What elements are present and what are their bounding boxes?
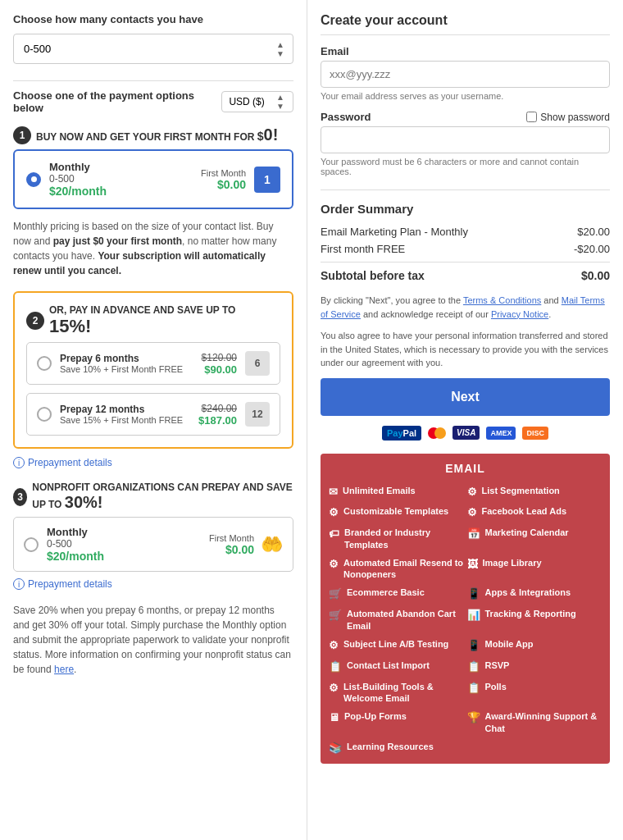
- feature-item: ⚙Subject Line A/B Testing: [329, 638, 464, 653]
- section3-prepayment-link[interactable]: i Prepayment details: [13, 578, 293, 590]
- feature-label: Automated Abandon Cart Email: [347, 608, 464, 632]
- email-hint: Your email address serves as your userna…: [321, 91, 610, 101]
- right-panel: Create your account Email Your email add…: [307, 0, 623, 840]
- section3-title: NONPROFIT ORGANIZATIONS CAN PREPAY AND S…: [32, 482, 293, 512]
- prepay6-pricing: $120.00 $90.00: [202, 352, 237, 376]
- feature-label: Learning Resources: [347, 741, 434, 752]
- discover-icon: DISC: [522, 427, 548, 440]
- create-account-title: Create your account: [321, 13, 610, 35]
- feature-item: 📋Contact List Import: [329, 660, 464, 674]
- prepay12-card[interactable]: Prepay 12 months Save 15% + First Month …: [26, 393, 280, 436]
- prepay12-pricing: $240.00 $187.00: [198, 403, 237, 427]
- feature-icon: ⚙: [329, 639, 339, 653]
- monthly-radio[interactable]: [26, 172, 41, 187]
- section3-header: 3 NONPROFIT ORGANIZATIONS CAN PREPAY AND…: [13, 482, 293, 512]
- privacy-notice-link[interactable]: Privacy Notice: [491, 309, 548, 319]
- feature-icon: 🛒: [329, 587, 342, 601]
- prepay12-radio[interactable]: [37, 407, 52, 422]
- feature-item: 📚Learning Resources: [329, 741, 464, 756]
- nonprofit-here-link[interactable]: here: [54, 664, 74, 675]
- email-input[interactable]: [321, 61, 610, 88]
- section3-description: Save 20% when you prepay 6 months, or pr…: [13, 603, 293, 677]
- show-password-container[interactable]: Show password: [526, 112, 610, 123]
- terms-text-2: You also agree to have your personal inf…: [321, 329, 610, 370]
- nonprofit-plan-card[interactable]: Monthly 0-500 $20/month First Month $0.0…: [13, 517, 293, 572]
- feature-label: RSVP: [485, 660, 510, 671]
- prepay6-sale-price: $90.00: [202, 363, 237, 376]
- section1: 1 BUY NOW AND GET YOUR FIRST MONTH FOR $…: [13, 126, 293, 278]
- currency-row: Choose one of the payment options below …: [13, 89, 293, 114]
- feature-label: Facebook Lead Ads: [482, 505, 567, 517]
- next-button[interactable]: Next: [321, 378, 610, 416]
- order-row2-value: -$20.00: [574, 243, 610, 255]
- order-summary-title: Order Summary: [321, 202, 610, 216]
- order-row-1: Email Marketing Plan - Monthly $20.00: [321, 226, 610, 238]
- prepay6-card[interactable]: Prepay 6 months Save 10% + First Month F…: [26, 342, 280, 385]
- currency-select-wrapper[interactable]: USD ($) ▲▼: [221, 91, 293, 112]
- currency-select[interactable]: USD ($): [222, 92, 293, 112]
- payment-methods: PayPal VISA AMEX DISC: [321, 426, 610, 441]
- terms-conditions-link[interactable]: Terms & Conditions: [463, 295, 541, 305]
- feature-icon: 🖥: [329, 711, 339, 725]
- contacts-select-wrapper[interactable]: 0-500 501-2500 2501-5000 5001-10000 ▲▼: [13, 34, 293, 64]
- nonprofit-plan-name: Monthly: [47, 526, 209, 538]
- feature-item: 📅Marketing Calendar: [467, 527, 603, 550]
- prepay12-calendar-icon: 12: [245, 402, 270, 427]
- contacts-select[interactable]: 0-500 501-2500 2501-5000 5001-10000: [14, 34, 293, 63]
- feature-item: ⚙Automated Email Resend to Nonopeners: [329, 557, 464, 581]
- feature-icon: 🖼: [467, 558, 478, 572]
- prepay6-radio[interactable]: [37, 356, 52, 371]
- monthly-plan-name: Monthly: [49, 161, 201, 173]
- feature-item: 🖼Image Library: [467, 557, 603, 581]
- section3: 3 NONPROFIT ORGANIZATIONS CAN PREPAY AND…: [13, 482, 293, 677]
- paypal-icon: PayPal: [382, 426, 421, 441]
- feature-item: 📱Mobile App: [467, 638, 603, 653]
- feature-item: 🏆Award-Winning Support & Chat: [467, 710, 603, 734]
- feature-item: 🏷Branded or Industry Templates: [329, 527, 464, 550]
- monthly-calendar-icon: 1: [254, 167, 280, 193]
- feature-label: Award-Winning Support & Chat: [485, 710, 603, 734]
- email-label: Email: [321, 45, 610, 57]
- feature-label: Subject Line A/B Testing: [343, 638, 448, 650]
- feature-icon: 📅: [467, 527, 480, 541]
- prepay6-orig-price: $120.00: [202, 352, 237, 363]
- feature-icon: 🛒: [329, 609, 342, 623]
- terms-text-1: By clicking "Next", you agree to the Ter…: [321, 294, 610, 321]
- section3-prepayment-text: Prepayment details: [28, 578, 112, 590]
- amex-icon: AMEX: [486, 427, 516, 440]
- monthly-plan-card[interactable]: Monthly 0-500 $20/month First Month $0.0…: [13, 149, 293, 209]
- feature-icon: 📋: [329, 660, 342, 674]
- order-divider: [321, 262, 610, 262]
- nonprofit-first-month-price: $0.00: [209, 543, 254, 556]
- section2-prepayment-text: Prepayment details: [28, 457, 112, 468]
- feature-icon: ⚙: [329, 682, 339, 696]
- nonprofit-radio[interactable]: [24, 537, 39, 552]
- payment-options-label: Choose one of the payment options below: [13, 89, 221, 114]
- feature-icon: 📊: [467, 609, 480, 623]
- email-features-section: EMAIL ✉Unlimited Emails⚙List Segmentatio…: [321, 454, 610, 764]
- feature-label: List Segmentation: [482, 485, 560, 496]
- feature-label: Customizable Templates: [343, 505, 448, 517]
- feature-icon: ⚙: [467, 486, 477, 500]
- section2: 2 OR, PAY IN ADVANCE AND SAVE UP TO 15%!…: [13, 291, 293, 468]
- section2-prepayment-link[interactable]: i Prepayment details: [13, 457, 293, 468]
- mastercard-icon: [428, 427, 446, 439]
- order-row-2: First month FREE -$20.00: [321, 243, 610, 255]
- order-row2-label: First month FREE: [321, 243, 405, 255]
- email-section-title: EMAIL: [329, 462, 602, 475]
- visa-icon: VISA: [452, 426, 480, 440]
- password-hint: Your password must be 6 characters or mo…: [321, 157, 610, 176]
- subtotal-label: Subtotal before tax: [321, 269, 425, 282]
- section1-title: BUY NOW AND GET YOUR FIRST MONTH FOR $0!: [36, 126, 278, 144]
- feature-label: Branded or Industry Templates: [344, 527, 464, 550]
- prepay6-sub: Save 10% + First Month FREE: [60, 364, 202, 374]
- subtotal-row: Subtotal before tax $0.00: [321, 269, 610, 282]
- feature-item: 📋RSVP: [467, 660, 603, 674]
- nonprofit-plan-info: Monthly 0-500 $20/month: [47, 526, 209, 563]
- info-icon: i: [13, 457, 25, 468]
- show-password-checkbox[interactable]: [526, 112, 537, 122]
- password-input[interactable]: [321, 126, 610, 153]
- divider-1: [13, 80, 293, 81]
- nonprofit-first-month: First Month $0.00: [209, 533, 254, 556]
- feature-label: Ecommerce Basic: [347, 587, 425, 598]
